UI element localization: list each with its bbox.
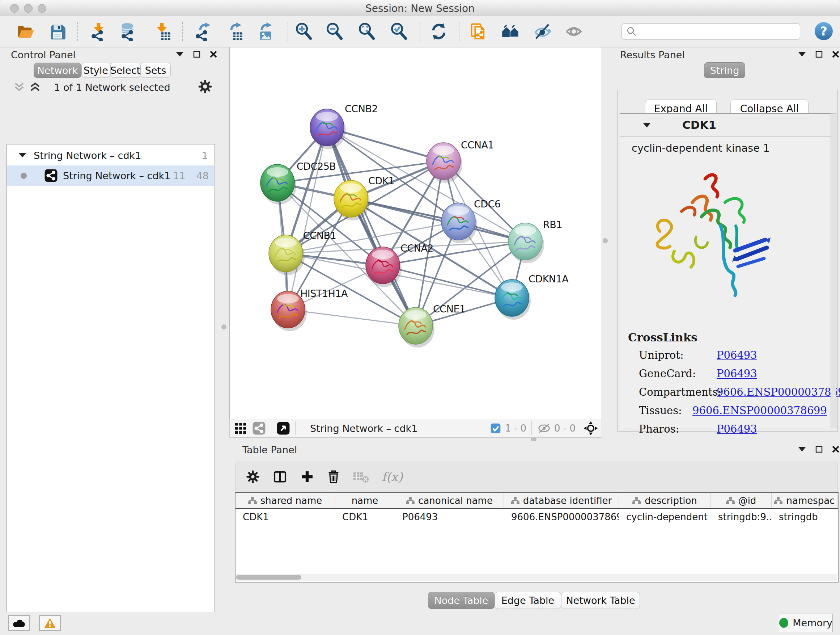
network-row[interactable]: String Network – cdk1 11 48 (7, 165, 214, 186)
tab-node-table[interactable]: Node Table (428, 592, 494, 609)
show-columns-icon[interactable] (272, 470, 287, 484)
table-settings-gear-icon[interactable] (246, 470, 260, 484)
network-collection-row[interactable]: String Network – cdk1 1 (7, 145, 214, 165)
zoom-selected-button[interactable] (389, 21, 409, 42)
table-cell[interactable]: stringdb (772, 509, 837, 525)
import-table-button[interactable] (152, 21, 172, 42)
panel-menu-icon[interactable] (798, 52, 806, 57)
export-network-button[interactable] (193, 21, 213, 42)
crosslink-label: Compartments: (639, 386, 717, 398)
close-panel-icon[interactable] (832, 51, 839, 58)
crosslink-link[interactable]: 9606.ENSP00000378699 (717, 386, 840, 398)
fit-content-crosshair-icon[interactable] (584, 421, 598, 435)
tab-style[interactable]: Style (81, 63, 111, 78)
network-node-ccne1[interactable] (399, 307, 434, 348)
network-node-cdc6[interactable] (441, 203, 477, 243)
crosslink-link[interactable]: P06493 (717, 367, 757, 380)
column-header-database-identifier[interactable]: database identifier (504, 493, 619, 508)
network-node-rb1[interactable] (508, 223, 544, 263)
table-cell[interactable]: CDK1 (335, 509, 395, 525)
protein-section-header[interactable]: CDK1 (620, 114, 832, 136)
tab-network[interactable]: Network (34, 63, 81, 78)
network-edge[interactable] (288, 310, 416, 326)
right-splitter-handle[interactable] (603, 238, 608, 243)
save-session-button[interactable] (47, 21, 67, 42)
panel-menu-icon[interactable] (176, 52, 184, 57)
apply-layout-button[interactable] (429, 21, 449, 42)
table-cell[interactable]: CDK1 (235, 509, 335, 525)
collapse-all-icon[interactable] (14, 82, 26, 93)
node-label-cdk1: CDK1 (368, 175, 395, 187)
table-cell[interactable]: cyclin-dependent ... (619, 509, 711, 525)
scrollbar-thumb[interactable] (236, 575, 302, 580)
memory-button[interactable]: Memory (779, 614, 833, 632)
export-image-button[interactable] (254, 21, 274, 42)
network-canvas[interactable]: CCNB2CCNA1CDC25BCDK1CDC6RB1CCNB1CCNA2CDK… (229, 47, 602, 419)
show-structures-button[interactable] (564, 21, 584, 42)
table-row[interactable]: CDK1CDK1P064939606.ENSP00000378699cyclin… (235, 509, 838, 525)
open-session-button[interactable] (15, 21, 35, 42)
float-panel-icon[interactable] (815, 446, 823, 453)
network-node-cdkn1a[interactable] (495, 279, 531, 320)
network-node-cdk1[interactable] (334, 180, 370, 220)
network-node-ccnb2[interactable] (310, 109, 346, 149)
expand-all-icon[interactable] (30, 82, 42, 93)
table-horizontal-scrollbar[interactable] (235, 574, 837, 581)
warning-status-button[interactable] (39, 615, 61, 631)
column-header-description[interactable]: description (619, 493, 711, 508)
glass-ball-effect-button[interactable] (532, 21, 553, 42)
delete-table-icon[interactable] (353, 470, 369, 483)
tab-select[interactable]: Select (111, 63, 141, 78)
tree-expander-icon[interactable] (19, 153, 27, 158)
network-node-cdc25b[interactable] (261, 165, 296, 204)
memory-label: Memory (793, 617, 832, 629)
column-header--id[interactable]: @id (711, 493, 772, 508)
tab-sets[interactable]: Sets (141, 63, 171, 78)
change-confidence-button[interactable] (500, 21, 521, 42)
birds-eye-view-icon[interactable] (276, 421, 290, 435)
search-field[interactable] (622, 23, 800, 40)
table-cell[interactable]: P06493 (395, 509, 504, 525)
search-input[interactable] (641, 26, 800, 37)
close-panel-icon[interactable] (210, 51, 217, 58)
network-edge[interactable] (288, 127, 327, 310)
crosslink-link[interactable]: P06493 (717, 349, 757, 361)
help-button[interactable]: ? (815, 22, 833, 40)
function-builder-icon[interactable]: f(x) (382, 470, 403, 484)
left-splitter-handle[interactable] (221, 325, 226, 329)
gear-icon[interactable] (197, 79, 213, 94)
network-mode-icon[interactable] (252, 421, 266, 435)
close-panel-icon[interactable] (832, 446, 839, 453)
column-header-name[interactable]: name (335, 493, 395, 508)
string-query-button[interactable] (468, 21, 488, 42)
network-node-ccna2[interactable] (366, 247, 401, 287)
table-cell[interactable]: 9606.ENSP00000378699 (504, 509, 619, 525)
zoom-out-button[interactable] (325, 21, 345, 42)
tab-network-table[interactable]: Network Table (561, 592, 640, 609)
crosslink-link[interactable]: P06493 (717, 423, 757, 435)
import-network-file-button[interactable] (88, 21, 109, 42)
crosslink-link[interactable]: 9606.ENSP00000378699 (692, 404, 827, 417)
delete-column-icon[interactable] (327, 469, 340, 485)
tab-string[interactable]: String (704, 62, 745, 78)
export-table-button[interactable] (224, 21, 244, 42)
float-panel-icon[interactable] (815, 51, 823, 58)
column-header-canonical-name[interactable]: canonical name (395, 493, 504, 508)
float-panel-icon[interactable] (193, 51, 201, 58)
zoom-in-button[interactable] (294, 21, 314, 42)
crosslink-row: Compartments:9606.ENSP00000378699 (639, 386, 827, 398)
grid-mode-icon[interactable] (234, 422, 247, 435)
add-column-icon[interactable] (300, 470, 314, 484)
column-header-namespac[interactable]: namespac (772, 493, 837, 508)
network-node-ccna1[interactable] (426, 143, 462, 183)
tab-edge-table[interactable]: Edge Table (494, 592, 561, 609)
zoom-fit-button[interactable] (357, 21, 377, 42)
table-cell[interactable]: stringdb:9... (711, 509, 772, 525)
import-network-database-button[interactable] (118, 21, 139, 42)
column-header-shared-name[interactable]: shared name (235, 493, 335, 508)
results-scrollbar[interactable] (831, 113, 836, 428)
section-collapse-icon[interactable] (643, 122, 651, 128)
cloud-status-button[interactable] (8, 615, 30, 631)
panel-menu-icon[interactable] (798, 447, 806, 452)
selected-checkbox-icon[interactable] (490, 423, 501, 434)
